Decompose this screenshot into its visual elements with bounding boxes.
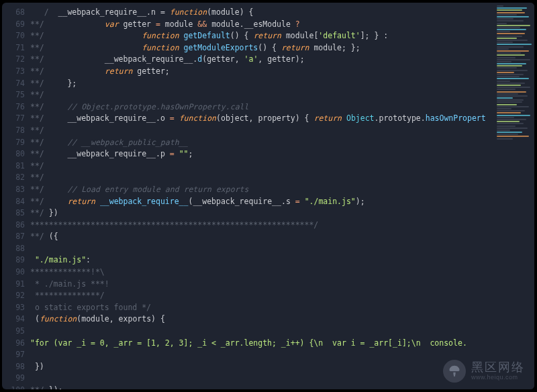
code-line[interactable]: **/ return getter; xyxy=(30,66,493,78)
code-line[interactable]: **/ __webpack_require__.p = ""; xyxy=(30,148,493,160)
line-number: 97 xyxy=(2,349,25,361)
line-number: 83 xyxy=(2,184,25,196)
minimap-line xyxy=(497,7,527,9)
minimap-line xyxy=(497,112,521,113)
code-line[interactable]: / __webpack_require__.n = function(modul… xyxy=(30,7,493,19)
code-line[interactable]: **/ // Load entry module and return expo… xyxy=(30,184,493,196)
minimap-line xyxy=(497,126,516,127)
code-line[interactable]: **/ xyxy=(30,172,493,184)
minimap-line xyxy=(497,115,530,116)
minimap-line xyxy=(497,87,530,88)
code-line[interactable]: **/ }); xyxy=(30,385,493,389)
minimap-line xyxy=(497,67,517,68)
minimap-line xyxy=(497,42,513,43)
code-area[interactable]: / __webpack_require__.n = function(modul… xyxy=(30,3,493,389)
minimap-line xyxy=(497,132,522,133)
code-line[interactable]: **/ xyxy=(30,89,493,101)
minimap-line xyxy=(497,81,510,82)
minimap-line xyxy=(497,65,522,66)
minimap-line xyxy=(497,46,524,48)
minimap-line xyxy=(497,36,522,37)
code-line[interactable] xyxy=(30,243,493,255)
line-number: 92 xyxy=(2,290,25,302)
code-line[interactable]: **/ // __webpack_public_path__ xyxy=(30,137,493,149)
code-line[interactable]: "for (var _i = 0, _arr = [1, 2, 3]; _i <… xyxy=(30,338,493,350)
line-number-gutter: 6869707172737475767778798081828384858687… xyxy=(2,3,30,389)
minimap-line xyxy=(497,99,524,101)
code-line[interactable]: **/ }; xyxy=(30,78,493,90)
code-line[interactable]: *************!*\ xyxy=(30,266,493,279)
minimap-line xyxy=(497,25,530,26)
code-line[interactable]: **************/ xyxy=(30,290,493,302)
line-number: 85 xyxy=(2,207,25,219)
code-line[interactable]: o static exports found */ xyxy=(30,302,493,314)
code-line[interactable]: **/ ({ xyxy=(30,231,493,243)
line-number: 70 xyxy=(2,30,25,42)
minimap-line xyxy=(497,119,526,120)
line-number: 74 xyxy=(2,78,25,90)
code-line[interactable]: **/ // Object.prototype.hasOwnProperty.c… xyxy=(30,101,493,113)
line-number: 81 xyxy=(2,160,25,173)
line-number: 91 xyxy=(2,279,25,291)
minimap-line xyxy=(497,20,524,21)
code-line[interactable]: }) xyxy=(30,361,493,373)
minimap-line xyxy=(497,121,520,122)
line-number: 95 xyxy=(2,326,25,338)
line-number: 84 xyxy=(2,196,25,208)
minimap-line xyxy=(497,54,525,56)
line-number: 69 xyxy=(2,19,25,31)
minimap[interactable] xyxy=(493,3,534,389)
line-number: 80 xyxy=(2,148,25,160)
line-number: 100 xyxy=(2,385,25,389)
code-line[interactable]: **/ xyxy=(30,125,493,137)
minimap-line xyxy=(497,63,526,64)
code-line[interactable]: **/ __webpack_require__.o = function(obj… xyxy=(30,113,493,125)
minimap-line xyxy=(497,106,529,107)
code-line[interactable]: **/ function getDefault() { return modul… xyxy=(30,30,493,42)
line-number: 88 xyxy=(2,243,25,255)
minimap-line xyxy=(497,61,511,62)
minimap-line xyxy=(497,97,513,99)
minimap-line xyxy=(497,12,525,13)
minimap-line xyxy=(497,91,526,93)
code-line[interactable]: **/ __webpack_require__.d(getter, 'a', g… xyxy=(30,54,493,66)
minimap-line xyxy=(497,110,525,111)
minimap-line xyxy=(497,23,507,24)
minimap-line xyxy=(497,52,521,54)
line-number: 77 xyxy=(2,113,25,125)
line-number: 76 xyxy=(2,101,25,113)
code-line[interactable]: (function(module, exports) { xyxy=(30,313,493,326)
minimap-line xyxy=(497,31,510,32)
line-number: 93 xyxy=(2,302,25,314)
code-line[interactable]: **/ function getModuleExports() { return… xyxy=(30,42,493,54)
minimap-line xyxy=(497,95,528,97)
code-editor[interactable]: 6869707172737475767778798081828384858687… xyxy=(2,3,534,389)
minimap-line xyxy=(497,128,528,129)
code-line[interactable]: **/ var getter = module && module.__esMo… xyxy=(30,19,493,31)
code-line[interactable]: "./main.js": xyxy=(30,254,493,266)
minimap-line xyxy=(497,38,517,39)
line-number: 96 xyxy=(2,338,25,350)
line-number: 68 xyxy=(2,7,25,19)
line-number: 78 xyxy=(2,125,25,137)
minimap-line xyxy=(497,76,520,77)
minimap-line xyxy=(497,108,511,109)
code-line[interactable] xyxy=(30,373,493,385)
line-number: 72 xyxy=(2,54,25,66)
code-line[interactable]: ****************************************… xyxy=(30,219,493,232)
code-line[interactable]: * ./main.js ***! xyxy=(30,279,493,291)
minimap-line xyxy=(497,93,518,95)
minimap-line xyxy=(497,101,522,103)
minimap-line xyxy=(497,48,509,50)
line-number: 87 xyxy=(2,231,25,243)
minimap-line xyxy=(497,5,503,7)
line-number: 82 xyxy=(2,172,25,184)
minimap-line xyxy=(497,9,522,11)
line-number: 75 xyxy=(2,89,25,101)
code-line[interactable]: **/ xyxy=(30,160,493,173)
code-line[interactable]: **/ }) xyxy=(30,207,493,219)
code-line[interactable] xyxy=(30,349,493,361)
code-line[interactable] xyxy=(30,326,493,338)
code-line[interactable]: **/ return __webpack_require__(__webpack… xyxy=(30,196,493,208)
minimap-line xyxy=(497,78,529,79)
